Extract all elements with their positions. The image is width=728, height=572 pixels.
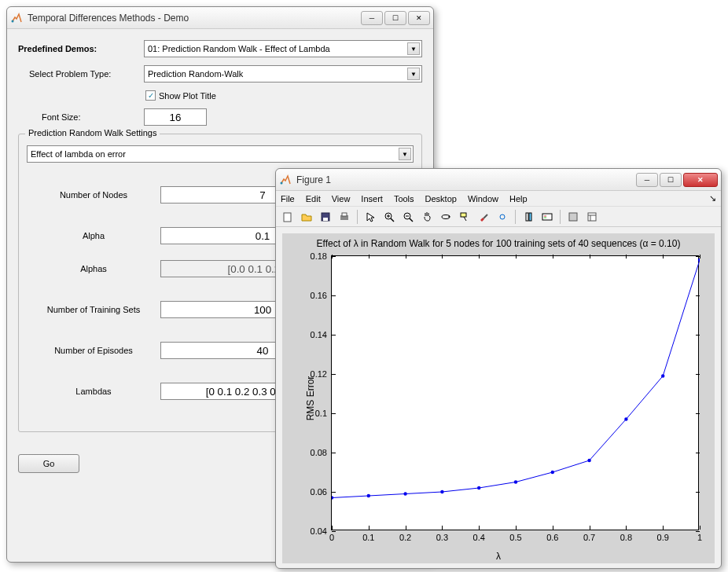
y-tick-label: 0.16 xyxy=(300,291,332,300)
figure-titlebar[interactable]: Figure 1 ─ ☐ ✕ xyxy=(276,169,721,191)
x-tick-label: 0.2 xyxy=(399,530,411,542)
chevron-down-icon: ▼ xyxy=(407,68,420,80)
go-button[interactable]: Go xyxy=(18,454,79,473)
svg-rect-6 xyxy=(342,213,347,216)
svg-point-34 xyxy=(587,459,590,462)
minimize-button[interactable]: ─ xyxy=(636,173,658,187)
svg-rect-15 xyxy=(461,213,466,217)
svg-point-30 xyxy=(440,490,443,493)
go-button-label: Go xyxy=(43,459,55,468)
demo-title: Temporal Differences Methods - Demo xyxy=(28,13,361,24)
menu-edit[interactable]: Edit xyxy=(306,194,321,204)
menu-file[interactable]: File xyxy=(281,194,295,204)
x-axis-label: λ xyxy=(496,551,501,562)
svg-point-31 xyxy=(477,486,480,490)
matlab-icon xyxy=(10,12,23,24)
predefined-demos-select[interactable]: 01: Prediction Random Walk - Effect of L… xyxy=(144,40,422,57)
svg-line-16 xyxy=(464,217,466,221)
x-tick-label: 0.9 xyxy=(657,530,669,542)
new-icon[interactable] xyxy=(279,208,296,226)
menu-view[interactable]: View xyxy=(332,194,351,204)
problem-type-select[interactable]: Prediction Random-Walk ▼ xyxy=(144,65,422,82)
zoom-out-icon[interactable] xyxy=(399,208,417,226)
close-button[interactable]: ✕ xyxy=(408,11,430,25)
maximize-button[interactable]: ☐ xyxy=(660,173,682,187)
figure-menubar: File Edit View Insert Tools Desktop Wind… xyxy=(276,191,721,207)
svg-rect-19 xyxy=(529,213,531,221)
y-tick-label: 0.18 xyxy=(300,251,332,261)
x-tick-label: 0 xyxy=(329,530,334,542)
rotate-icon[interactable] xyxy=(437,208,454,226)
svg-point-32 xyxy=(514,480,517,483)
open-icon[interactable] xyxy=(298,208,315,226)
nodes-label: Number of Nodes xyxy=(27,190,160,200)
svg-line-12 xyxy=(410,218,413,222)
close-button[interactable]: ✕ xyxy=(683,173,718,187)
effect-select-value: Effect of lambda on error xyxy=(31,149,126,159)
chevron-down-icon: ▼ xyxy=(407,42,420,55)
show-plot-title-label: Show Plot Title xyxy=(159,91,216,101)
print-icon[interactable] xyxy=(336,208,353,226)
svg-point-33 xyxy=(551,471,554,474)
predefined-demos-value: 01: Prediction Random Walk - Effect of L… xyxy=(148,44,330,53)
y-tick-label: 0.04 xyxy=(300,526,332,536)
datacursor-icon[interactable] xyxy=(456,208,473,226)
predefined-demos-label: Predefined Demos: xyxy=(18,44,144,53)
save-icon[interactable] xyxy=(317,208,334,226)
pan-icon[interactable] xyxy=(418,208,436,226)
y-tick-label: 0.14 xyxy=(300,330,332,339)
show-tools-icon[interactable] xyxy=(583,208,601,226)
y-tick-label: 0.08 xyxy=(300,448,332,457)
y-tick-label: 0.1 xyxy=(300,409,332,418)
insert-colorbar-icon[interactable] xyxy=(520,208,537,226)
hide-tools-icon[interactable] xyxy=(564,208,582,226)
figure-toolbar xyxy=(276,207,721,227)
x-tick-label: 1 xyxy=(697,530,702,542)
x-tick-label: 0.8 xyxy=(620,530,632,542)
svg-point-37 xyxy=(698,258,700,262)
figure-window: Figure 1 ─ ☐ ✕ File Edit View Insert Too… xyxy=(275,168,722,569)
svg-rect-18 xyxy=(526,213,528,221)
link-icon[interactable] xyxy=(494,208,511,226)
svg-point-28 xyxy=(367,494,370,497)
zoom-in-icon[interactable] xyxy=(381,208,398,226)
x-tick-label: 0.1 xyxy=(362,530,374,542)
problem-type-value: Prediction Random-Walk xyxy=(148,69,243,79)
y-tick-label: 0.06 xyxy=(300,487,332,497)
insert-legend-icon[interactable] xyxy=(539,208,556,226)
episodes-label: Number of Episodes xyxy=(27,346,160,355)
lambdas-label: Lambdas xyxy=(27,387,160,396)
svg-point-0 xyxy=(12,20,14,22)
demo-titlebar[interactable]: Temporal Differences Methods - Demo ─ ☐ … xyxy=(7,7,433,29)
pointer-icon[interactable] xyxy=(362,208,379,226)
brush-icon[interactable] xyxy=(475,208,492,226)
effect-select[interactable]: Effect of lambda on error ▼ xyxy=(27,145,414,163)
menu-help[interactable]: Help xyxy=(509,194,528,204)
chart-axes[interactable]: 0.040.060.080.10.120.140.160.1800.10.20.… xyxy=(331,255,699,530)
svg-point-1 xyxy=(281,182,283,184)
menu-window[interactable]: Window xyxy=(468,194,498,204)
menu-desktop[interactable]: Desktop xyxy=(425,194,457,204)
font-size-input[interactable] xyxy=(144,108,207,126)
problem-type-label: Select Problem Type: xyxy=(18,69,144,79)
training-sets-label: Number of Training Sets xyxy=(27,305,160,314)
show-plot-title-checkbox[interactable]: ✓ xyxy=(145,90,156,101)
menu-insert[interactable]: Insert xyxy=(361,194,383,204)
menu-collapse-icon[interactable]: ↘ xyxy=(709,193,716,204)
line-series xyxy=(332,256,700,531)
svg-line-17 xyxy=(483,214,487,218)
y-tick-label: 0.12 xyxy=(300,369,332,379)
maximize-button[interactable]: ☐ xyxy=(384,11,406,25)
svg-point-29 xyxy=(403,492,406,495)
menu-tools[interactable]: Tools xyxy=(394,194,414,204)
plot-area: Effect of λ in Random Walk for 5 nodes f… xyxy=(282,233,715,563)
x-tick-label: 0.5 xyxy=(509,530,521,542)
alphas-label: Alphas xyxy=(27,264,160,273)
minimize-button[interactable]: ─ xyxy=(361,11,383,25)
figure-title: Figure 1 xyxy=(296,174,636,185)
svg-point-36 xyxy=(661,374,664,377)
svg-point-35 xyxy=(624,417,627,420)
chart-title: Effect of λ in Random Walk for 5 nodes f… xyxy=(282,233,715,249)
x-tick-label: 0.4 xyxy=(473,530,485,542)
svg-rect-20 xyxy=(542,214,552,220)
